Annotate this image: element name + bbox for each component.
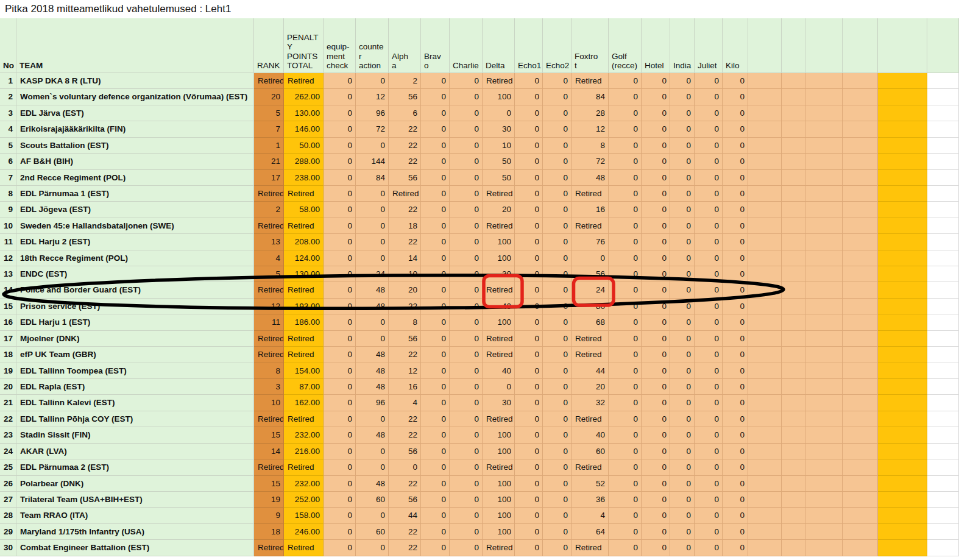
cell-event-value[interactable]: 56 xyxy=(389,331,421,347)
cell-rank[interactable]: 11 xyxy=(254,314,284,330)
cell-event-value[interactable]: 0 xyxy=(543,218,572,234)
cell-event-value[interactable]: 22 xyxy=(389,540,421,556)
column-header-event[interactable]: Hotel xyxy=(642,18,670,73)
cell-event-value[interactable]: Retired xyxy=(483,411,515,427)
cell-event-value[interactable]: 0 xyxy=(356,459,389,475)
cell-event-value[interactable]: 0 xyxy=(642,282,670,298)
cell-event-value[interactable]: 0 xyxy=(670,266,695,282)
cell-event-value[interactable]: 0 xyxy=(324,411,356,427)
cell-empty[interactable] xyxy=(748,444,782,459)
cell-empty[interactable] xyxy=(782,427,805,443)
cell-event-value[interactable]: 100 xyxy=(483,427,515,443)
cell-empty[interactable] xyxy=(748,379,782,395)
column-header-empty[interactable] xyxy=(843,18,878,73)
cell-event-value[interactable]: 0 xyxy=(609,299,642,314)
cell-event-value[interactable]: Retired xyxy=(483,186,515,202)
cell-rank[interactable]: 8 xyxy=(254,363,284,379)
cell-event-value[interactable]: 48 xyxy=(356,427,389,443)
cell-empty[interactable] xyxy=(805,427,843,443)
cell-empty[interactable] xyxy=(748,508,782,523)
cell-event-value[interactable]: 0 xyxy=(324,492,356,508)
cell-penalty[interactable]: 158.00 xyxy=(284,508,324,523)
cell-event-value[interactable]: 0 xyxy=(609,363,642,379)
cell-event-value[interactable]: 0 xyxy=(543,524,572,540)
cell-event-value[interactable]: 0 xyxy=(515,508,543,523)
cell-event-value[interactable]: 0 xyxy=(515,282,543,298)
cell-event-value[interactable]: 0 xyxy=(324,73,356,89)
cell-no[interactable]: 4 xyxy=(0,121,16,137)
cell-empty[interactable] xyxy=(782,202,805,218)
cell-event-value[interactable]: 0 xyxy=(356,186,389,202)
cell-event-value[interactable]: 0 xyxy=(324,524,356,540)
cell-event-value[interactable]: 0 xyxy=(609,282,642,298)
cell-event-value[interactable]: Retired xyxy=(389,186,421,202)
cell-empty[interactable] xyxy=(927,492,959,508)
cell-event-value[interactable]: 0 xyxy=(421,282,450,298)
cell-event-value[interactable]: 0 xyxy=(324,105,356,121)
cell-event-value[interactable]: 12 xyxy=(389,363,421,379)
cell-event-value[interactable]: 28 xyxy=(572,105,609,121)
cell-event-value[interactable]: 0 xyxy=(609,170,642,186)
cell-empty[interactable] xyxy=(748,202,782,218)
cell-event-value[interactable]: 0 xyxy=(609,105,642,121)
cell-event-value[interactable]: 0 xyxy=(670,411,695,427)
cell-rank[interactable]: 15 xyxy=(254,427,284,443)
cell-event-value[interactable]: 48 xyxy=(356,347,389,363)
cell-team[interactable]: Erikoisrajajääkärikilta (FIN) xyxy=(16,121,254,137)
cell-team[interactable]: AKAR (LVA) xyxy=(16,444,254,459)
cell-team[interactable]: Women`s voluntary defence organization (… xyxy=(16,89,254,105)
cell-event-value[interactable]: 0 xyxy=(356,138,389,154)
cell-empty[interactable] xyxy=(782,444,805,459)
cell-event-value[interactable]: 0 xyxy=(609,218,642,234)
cell-empty[interactable] xyxy=(782,476,805,492)
cell-empty[interactable] xyxy=(927,379,959,395)
cell-event-value[interactable]: 0 xyxy=(421,476,450,492)
cell-empty[interactable] xyxy=(927,154,959,169)
cell-event-value[interactable]: 0 xyxy=(421,299,450,314)
cell-team[interactable]: Maryland 1/175th Infantry (USA) xyxy=(16,524,254,540)
cell-event-value[interactable]: 0 xyxy=(670,138,695,154)
cell-event-value[interactable]: 0 xyxy=(723,492,748,508)
column-header-empty[interactable] xyxy=(782,18,805,73)
cell-team[interactable]: Sweden 45:e Hallandsbataljonen (SWE) xyxy=(16,218,254,234)
cell-event-value[interactable]: 0 xyxy=(695,379,723,395)
cell-event-value[interactable]: 20 xyxy=(483,202,515,218)
cell-event-value[interactable]: 0 xyxy=(421,314,450,330)
cell-event-value[interactable]: 0 xyxy=(670,121,695,137)
cell-event-value[interactable]: 0 xyxy=(609,411,642,427)
cell-event-value[interactable]: 0 xyxy=(543,476,572,492)
cell-no[interactable]: 8 xyxy=(0,186,16,202)
cell-event-value[interactable]: Retired xyxy=(483,331,515,347)
cell-empty[interactable] xyxy=(878,508,927,523)
cell-empty[interactable] xyxy=(843,170,878,186)
cell-no[interactable]: 17 xyxy=(0,331,16,347)
cell-event-value[interactable]: 0 xyxy=(324,331,356,347)
cell-no[interactable]: 9 xyxy=(0,202,16,218)
cell-event-value[interactable]: 84 xyxy=(572,89,609,105)
cell-event-value[interactable]: 0 xyxy=(695,492,723,508)
cell-event-value[interactable]: 100 xyxy=(483,492,515,508)
cell-empty[interactable] xyxy=(843,250,878,266)
cell-team[interactable]: 18th Recce Regiment (POL) xyxy=(16,250,254,266)
cell-penalty[interactable]: 186.00 xyxy=(284,314,324,330)
cell-event-value[interactable]: 0 xyxy=(642,524,670,540)
cell-team[interactable]: EDL Tallinn Kalevi (EST) xyxy=(16,395,254,411)
cell-event-value[interactable]: Retired xyxy=(572,347,609,363)
cell-rank[interactable]: Retired xyxy=(254,73,284,89)
cell-event-value[interactable]: 36 xyxy=(572,492,609,508)
cell-event-value[interactable]: 48 xyxy=(356,379,389,395)
cell-empty[interactable] xyxy=(878,524,927,540)
cell-event-value[interactable]: 84 xyxy=(356,170,389,186)
cell-event-value[interactable]: 0 xyxy=(609,524,642,540)
cell-event-value[interactable]: 0 xyxy=(515,395,543,411)
cell-event-value[interactable]: 0 xyxy=(670,299,695,314)
cell-empty[interactable] xyxy=(878,459,927,475)
cell-event-value[interactable]: 0 xyxy=(723,395,748,411)
cell-empty[interactable] xyxy=(805,266,843,282)
cell-event-value[interactable]: 0 xyxy=(324,121,356,137)
cell-empty[interactable] xyxy=(782,347,805,363)
cell-event-value[interactable]: Retired xyxy=(572,331,609,347)
cell-event-value[interactable]: 0 xyxy=(642,459,670,475)
cell-rank[interactable]: Retired xyxy=(254,331,284,347)
cell-penalty[interactable]: Retired xyxy=(284,347,324,363)
